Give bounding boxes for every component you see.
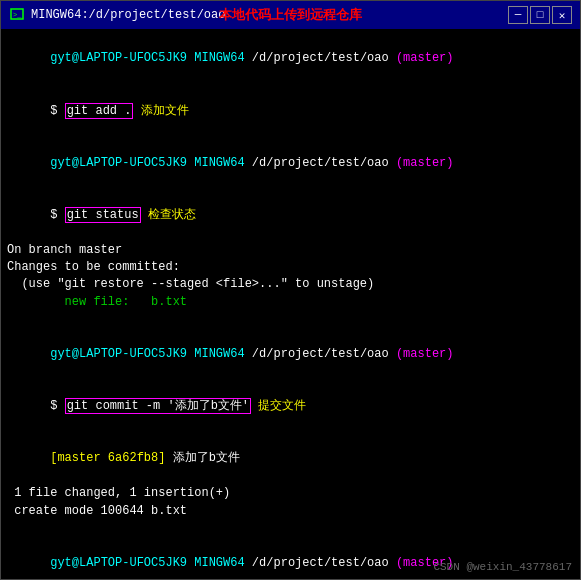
annotation-status: 检查状态 xyxy=(141,208,196,222)
output-unstage-hint: (use "git restore --staged <file>..." to… xyxy=(7,276,574,293)
terminal-icon: >_ xyxy=(9,7,25,23)
prompt-shell-1: MINGW64 xyxy=(194,51,244,65)
git-status-cmd: git status xyxy=(65,207,141,223)
terminal-window: >_ MINGW64:/d/project/test/oao 本地代码上传到远程… xyxy=(0,0,581,580)
title-path: MINGW64:/d/project/test/oao xyxy=(31,8,225,22)
prompt-user-1: gyt@LAPTOP-UFOC5JK9 xyxy=(50,51,187,65)
blank-2 xyxy=(7,520,574,537)
cmd-line-1: $ git add . 添加文件 xyxy=(7,85,574,137)
output-changes: Changes to be committed: xyxy=(7,259,574,276)
output-file-changed: 1 file changed, 1 insertion(+) xyxy=(7,485,574,502)
maximize-button[interactable]: □ xyxy=(530,6,550,24)
annotation-commit: 提交文件 xyxy=(251,399,306,413)
output-branch: On branch master xyxy=(7,242,574,259)
close-button[interactable]: ✕ xyxy=(552,6,572,24)
prompt-line-2: gyt@LAPTOP-UFOC5JK9 MINGW64 /d/project/t… xyxy=(7,137,574,189)
prompt-branch-1: (master) xyxy=(396,51,454,65)
cmd-line-2: $ git status 检查状态 xyxy=(7,190,574,242)
title-center-text: 本地代码上传到远程仓库 xyxy=(219,6,362,24)
prompt-line-1: gyt@LAPTOP-UFOC5JK9 MINGW64 /d/project/t… xyxy=(7,33,574,85)
svg-text:>_: >_ xyxy=(13,11,22,19)
minimize-button[interactable]: ─ xyxy=(508,6,528,24)
output-new-file: new file: b.txt xyxy=(7,294,574,311)
title-bar: >_ MINGW64:/d/project/test/oao 本地代码上传到远程… xyxy=(1,1,580,29)
output-commit: [master 6a62fb8] 添加了b文件 xyxy=(7,433,574,485)
git-add-cmd: git add . xyxy=(65,103,134,119)
git-commit-cmd: git commit -m '添加了b文件' xyxy=(65,398,251,414)
cmd-line-3: $ git commit -m '添加了b文件' 提交文件 xyxy=(7,381,574,433)
annotation-add: 添加文件 xyxy=(133,104,188,118)
title-bar-left: >_ MINGW64:/d/project/test/oao xyxy=(9,7,225,23)
prompt-line-3: gyt@LAPTOP-UFOC5JK9 MINGW64 /d/project/t… xyxy=(7,329,574,381)
terminal-body[interactable]: gyt@LAPTOP-UFOC5JK9 MINGW64 /d/project/t… xyxy=(1,29,580,579)
output-create-mode: create mode 100644 b.txt xyxy=(7,503,574,520)
window-controls: ─ □ ✕ xyxy=(508,6,572,24)
blank-1 xyxy=(7,311,574,328)
watermark: CSDN @weixin_43778617 xyxy=(433,561,572,573)
